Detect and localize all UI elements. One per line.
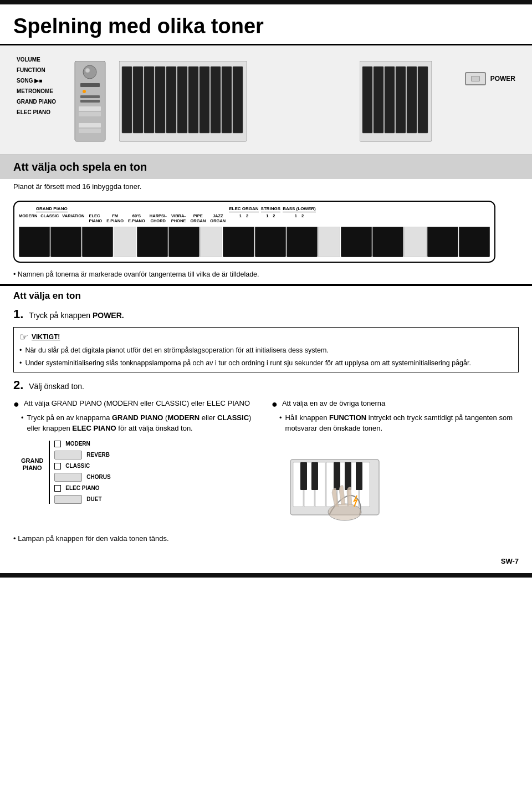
- svg-rect-22: [211, 67, 221, 133]
- jazz-group: JAZZORGAN: [209, 206, 227, 223]
- label-metronome: METRONOME: [17, 87, 61, 95]
- grand-piano-diagram: GRAND PIANO MODERN REVERB CLASSIC: [21, 441, 260, 504]
- gp-modern: MODERN: [18, 213, 38, 218]
- svg-point-4: [83, 90, 86, 93]
- gp-modern-label: MODERN: [65, 441, 90, 447]
- hand-keyboard-svg: [279, 443, 390, 526]
- right-sub-bullet-text: Håll knappen FUNCTION intryckt och tryck…: [285, 412, 519, 434]
- svg-rect-11: [79, 129, 101, 133]
- gp-chorus-btn[interactable]: [54, 473, 82, 482]
- svg-rect-27: [374, 67, 383, 133]
- svg-rect-15: [133, 67, 143, 133]
- piano-keys-svg: [119, 61, 247, 144]
- control-panel-svg: [72, 61, 108, 144]
- step2-left: ● Att välja GRAND PIANO (MODERN eller CL…: [13, 398, 260, 528]
- gp-buttons: MODERN REVERB CLASSIC CHORUS: [49, 441, 110, 504]
- svg-rect-7: [79, 106, 101, 111]
- svg-rect-8: [79, 112, 101, 116]
- page-number: SW-7: [501, 557, 519, 565]
- section-title-bar: Att välja och spela en ton: [0, 155, 532, 179]
- keyboard-image-area: [279, 443, 519, 528]
- gp-classic-checkbox[interactable]: [54, 463, 61, 469]
- strings-2: 2: [273, 213, 275, 218]
- power-label: POWER: [490, 75, 515, 83]
- svg-rect-26: [362, 67, 372, 133]
- svg-point-1: [83, 65, 96, 79]
- step2-heading: Välj önskad ton.: [29, 382, 84, 391]
- bottom-black-bar: [0, 573, 532, 578]
- svg-point-2: [85, 68, 90, 73]
- right-sub-bullet-dot: •: [279, 412, 282, 423]
- strings-group: STRINGS 1 2: [261, 206, 281, 218]
- page-title-section: Spelning med olika toner: [0, 4, 532, 45]
- svg-rect-30: [407, 67, 417, 133]
- svg-rect-14: [122, 67, 132, 133]
- gp-reverb-label: REVERB: [86, 452, 110, 458]
- vibra-group: VIBRA-PHONE: [170, 206, 187, 223]
- step2-content: ● Att välja GRAND PIANO (MODERN eller CL…: [0, 395, 532, 531]
- viktigt-title: VIKTIGT!: [32, 333, 60, 341]
- svg-rect-24: [233, 67, 243, 133]
- power-button[interactable]: [465, 72, 486, 85]
- subsection-title: Att välja en ton: [0, 285, 532, 305]
- gp-classic-label: CLASSIC: [65, 463, 90, 469]
- gp-row-reverb: REVERB: [54, 451, 110, 459]
- fm-epiano-label: FME.PIANO: [105, 213, 125, 223]
- svg-rect-21: [200, 67, 209, 133]
- svg-rect-20: [188, 67, 198, 133]
- subtitle-text: Pianot är försett med 16 inbyggda toner.: [13, 182, 141, 191]
- tone-labels-row: GRAND PIANO MODERN CLASSIC VARIATION ELE…: [18, 206, 491, 223]
- viktigt-box: ☞ VIKTIGT! • När du slår på det digitala…: [13, 327, 519, 372]
- lamp-note: • Lampan på knappen för den valda tonen …: [0, 531, 532, 549]
- svg-rect-18: [166, 67, 176, 133]
- sub-bullet-text: Tryck på en av knapparna GRAND PIANO (MO…: [27, 412, 260, 434]
- elec-organ-label: ELEC ORGAN: [229, 206, 258, 212]
- gp-row-chorus: CHORUS: [54, 473, 110, 482]
- gp-duet-btn[interactable]: [54, 495, 82, 504]
- viktigt-text: • När du slår på det digitala pianot utf…: [19, 345, 513, 369]
- 60s-epiano-group: 60'SE.PIANO: [127, 206, 146, 223]
- bullet-item-main: ● Att välja GRAND PIANO (MODERN eller CL…: [13, 398, 260, 409]
- svg-rect-9: [79, 118, 101, 122]
- lamp-note-text: • Lampan på knappen för den valda tonen …: [13, 534, 169, 543]
- label-function: FUNCTION: [17, 66, 61, 74]
- step1: 1. Tryck på knappen POWER.: [0, 305, 532, 324]
- bass-2: 2: [301, 213, 304, 218]
- step2: 2. Välj önskad ton.: [0, 376, 532, 395]
- gp-row-classic: CLASSIC: [54, 463, 110, 469]
- tone-selector-area: GRAND PIANO MODERN CLASSIC VARIATION ELE…: [0, 196, 532, 267]
- 60s-epiano-label: 60'SE.PIANO: [127, 213, 146, 223]
- elec-piano-label: ELECPIANO: [88, 213, 103, 223]
- labels-panel: VOLUME FUNCTION SONG ▶■ METRONOME GRAND …: [17, 55, 61, 116]
- elec-piano-group: ELECPIANO: [88, 206, 103, 223]
- gp-elecpiano-checkbox[interactable]: [54, 485, 61, 492]
- page-title: Spelning med olika toner: [13, 14, 519, 38]
- section-subtitle: Pianot är försett med 16 inbyggda toner.: [0, 179, 532, 196]
- step1-number: 1.: [13, 307, 23, 321]
- sub-bullet: • Tryck på en av knapparna GRAND PIANO (…: [21, 412, 260, 434]
- right-sub-bullet: • Håll knappen FUNCTION intryckt och try…: [279, 412, 519, 434]
- gp-reverb-btn[interactable]: [54, 451, 82, 459]
- gp-duet-label: DUET: [86, 496, 101, 502]
- strings-items: 1 2: [266, 213, 275, 218]
- harpsi-group: HARPSI-CHORD: [149, 206, 168, 223]
- pipe-group: PIPEORGAN: [189, 206, 207, 223]
- strings-label: STRINGS: [261, 206, 281, 212]
- warning-icon: ☞: [19, 331, 28, 343]
- label-elec-piano: ELEC PIANO: [17, 108, 61, 116]
- label-volume: VOLUME: [17, 55, 61, 64]
- gp-modern-checkbox[interactable]: [54, 441, 61, 447]
- svg-rect-42: [334, 462, 340, 490]
- right-bullet-main: ● Att välja en av de övriga tonerna: [272, 398, 519, 409]
- fm-epiano-group: FME.PIANO: [105, 206, 125, 223]
- step1-text: Tryck på knappen POWER.: [29, 311, 124, 320]
- svg-rect-43: [345, 462, 351, 490]
- bass-items: 1 2: [295, 213, 304, 218]
- elec-organ-items: 1 2: [239, 213, 248, 218]
- bass-1: 1: [295, 213, 297, 218]
- elec-organ-1: 1: [239, 213, 242, 218]
- svg-rect-5: [80, 95, 100, 98]
- svg-rect-41: [311, 462, 318, 490]
- viktigt-point-2: • Under systeminitialisering slås tonkna…: [19, 358, 513, 369]
- note-text: • Namnen på tonerna är markerade ovanför…: [0, 267, 532, 284]
